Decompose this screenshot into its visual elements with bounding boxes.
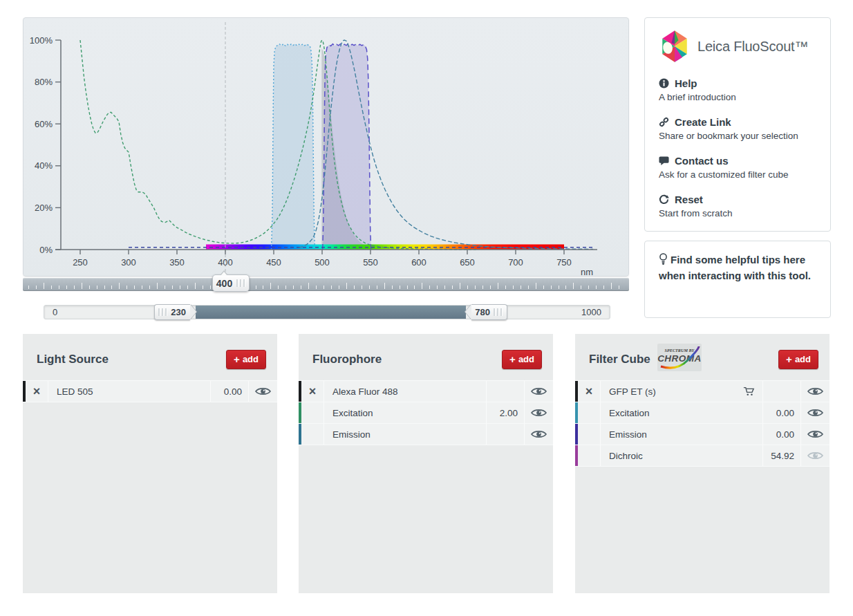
svg-text:SPECTRUM BY: SPECTRUM BY xyxy=(664,348,695,353)
visibility-eye-icon[interactable] xyxy=(807,386,823,396)
x-axis-tick-label: 400 xyxy=(218,257,233,268)
app-title: Leica FluoScout™ xyxy=(697,39,808,55)
row-name[interactable]: LED 505 xyxy=(48,381,211,402)
range-selected-track[interactable] xyxy=(196,306,466,319)
sidebar-item-help[interactable]: Help A brief introduction xyxy=(659,77,816,102)
spectra-chart-panel: 0%20%40%60%80%100%2503003504004505005506… xyxy=(23,17,629,277)
fluorophore-panel: Fluorophore + add ×Alexa Fluor 488Excita… xyxy=(299,334,553,593)
row-name[interactable]: Emission xyxy=(601,424,763,445)
row-name[interactable]: GFP ET (s) xyxy=(601,381,763,402)
row-value[interactable]: 2.00 xyxy=(487,402,525,423)
info-icon xyxy=(659,78,669,88)
grip-icon xyxy=(494,308,503,316)
filter-cube-row-emission: Emission0.00 xyxy=(575,424,829,445)
range-max-label: 1000 xyxy=(581,306,601,319)
y-axis-tick-label: 20% xyxy=(35,203,53,213)
wavelength-ruler[interactable] xyxy=(23,278,629,291)
link-icon xyxy=(659,117,669,127)
x-axis-tick-label: 550 xyxy=(363,257,378,268)
grip-icon xyxy=(158,308,167,316)
x-axis-tick-label: 700 xyxy=(508,257,523,268)
tips-card[interactable]: Find some helpful tips here when interac… xyxy=(644,241,831,318)
row-name[interactable]: Dichroic xyxy=(601,445,763,466)
row-value[interactable]: 54.92 xyxy=(763,445,801,466)
x-axis-tick-label: 350 xyxy=(169,257,185,268)
x-axis-tick-label: 300 xyxy=(121,257,136,268)
x-axis-tick-label: 450 xyxy=(266,257,281,268)
sidebar-item-description: A brief introduction xyxy=(659,92,816,102)
row-value[interactable]: 0.00 xyxy=(763,402,801,423)
visibility-eye-icon[interactable] xyxy=(531,408,547,418)
filter-cube-row-gfp-et-s: ×GFP ET (s) xyxy=(575,380,829,402)
wavelength-cursor-value: 400 xyxy=(216,278,232,289)
filter-cube-panel: Filter Cube SPECTRUM BY CHROMA + add xyxy=(575,334,829,593)
y-axis-tick-label: 0% xyxy=(39,245,53,255)
sidebar-item-description: Start from scratch xyxy=(659,208,816,218)
visibility-eye-icon[interactable] xyxy=(807,408,823,418)
chat-icon xyxy=(659,156,669,166)
row-value[interactable]: 0.00 xyxy=(211,381,249,402)
range-low-handle[interactable]: 230 xyxy=(154,304,190,320)
row-name[interactable]: Excitation xyxy=(324,402,487,423)
range-high-value: 780 xyxy=(475,307,490,317)
light-source-row-led-505: ×LED 5050.00 xyxy=(23,380,277,402)
fluorophore-row-emission: Emission xyxy=(299,424,553,445)
grip-icon xyxy=(236,279,245,287)
visibility-eye-icon[interactable] xyxy=(255,386,271,396)
row-value[interactable] xyxy=(487,381,525,402)
add-light-source-button[interactable]: + add xyxy=(226,350,266,369)
light-source-title: Light Source xyxy=(37,353,109,366)
row-value[interactable] xyxy=(763,381,801,402)
sidebar-card: Leica FluoScout™ Help A brief introducti… xyxy=(644,17,831,232)
chroma-logo: SPECTRUM BY CHROMA xyxy=(657,344,702,371)
y-axis-tick-label: 40% xyxy=(35,160,53,171)
x-axis-tick-label: 600 xyxy=(411,257,426,268)
x-axis-tick-label: 500 xyxy=(315,257,330,268)
row-name[interactable]: Excitation xyxy=(601,402,763,423)
plus-icon: + xyxy=(786,355,792,363)
light-source-panel: Light Source + add ×LED 5050.00 xyxy=(23,334,277,593)
cart-icon[interactable] xyxy=(743,386,756,397)
lightbulb-icon xyxy=(659,253,668,265)
fluorophore-title: Fluorophore xyxy=(312,353,382,366)
add-fluorophore-button[interactable]: + add xyxy=(502,350,542,369)
filter-cube-row-dichroic: Dichroic54.92 xyxy=(575,445,829,467)
row-name[interactable]: Alexa Fluor 488 xyxy=(324,381,487,402)
x-axis-unit-label: nm xyxy=(581,267,593,276)
spectra-chart: 0%20%40%60%80%100%2503003504004505005506… xyxy=(24,18,628,276)
visibility-eye-icon[interactable] xyxy=(807,429,823,439)
wavelength-cursor-handle[interactable]: 400 xyxy=(212,274,250,292)
fluorophore-row-excitation: Excitation2.00 xyxy=(299,402,553,424)
plus-icon: + xyxy=(234,355,240,363)
svg-text:CHROMA: CHROMA xyxy=(657,353,702,364)
visibility-eye-icon[interactable] xyxy=(531,429,547,439)
tips-text: Find some helpful tips here when interac… xyxy=(659,254,811,281)
range-high-handle[interactable]: 780 xyxy=(471,304,507,320)
y-axis-tick-label: 100% xyxy=(30,35,53,46)
y-axis-tick-label: 80% xyxy=(35,77,53,87)
reset-icon xyxy=(659,194,669,205)
sidebar-item-contact[interactable]: Contact us Ask for a customized filter c… xyxy=(659,155,816,180)
fluorophore-row-alexa-fluor-488: ×Alexa Fluor 488 xyxy=(299,380,553,402)
add-filter-cube-button[interactable]: + add xyxy=(778,350,818,369)
remove-icon[interactable]: × xyxy=(33,385,41,398)
brand: Leica FluoScout™ xyxy=(659,29,816,64)
x-axis-tick-label: 250 xyxy=(73,257,88,268)
remove-icon[interactable]: × xyxy=(309,385,317,398)
x-axis-tick-label: 750 xyxy=(556,257,572,268)
visibility-eye-icon[interactable] xyxy=(807,451,823,460)
row-value[interactable] xyxy=(487,424,525,445)
visibility-eye-icon[interactable] xyxy=(531,386,547,396)
fluoscout-logo xyxy=(659,29,691,64)
remove-icon[interactable]: × xyxy=(585,385,593,398)
y-axis-tick-label: 60% xyxy=(35,119,53,129)
sidebar-item-reset[interactable]: Reset Start from scratch xyxy=(659,194,816,218)
plus-icon: + xyxy=(509,355,516,363)
sidebar-item-create-link[interactable]: Create Link Share or bookmark your selec… xyxy=(659,116,816,141)
x-axis-tick-label: 650 xyxy=(460,257,475,268)
filter-cube-row-excitation: Excitation0.00 xyxy=(575,402,829,424)
sidebar-item-description: Share or bookmark your selection xyxy=(659,131,816,141)
row-name[interactable]: Emission xyxy=(324,424,487,445)
wavelength-range-slider[interactable]: 0 1000 230 780 xyxy=(44,305,610,319)
row-value[interactable]: 0.00 xyxy=(763,424,801,445)
